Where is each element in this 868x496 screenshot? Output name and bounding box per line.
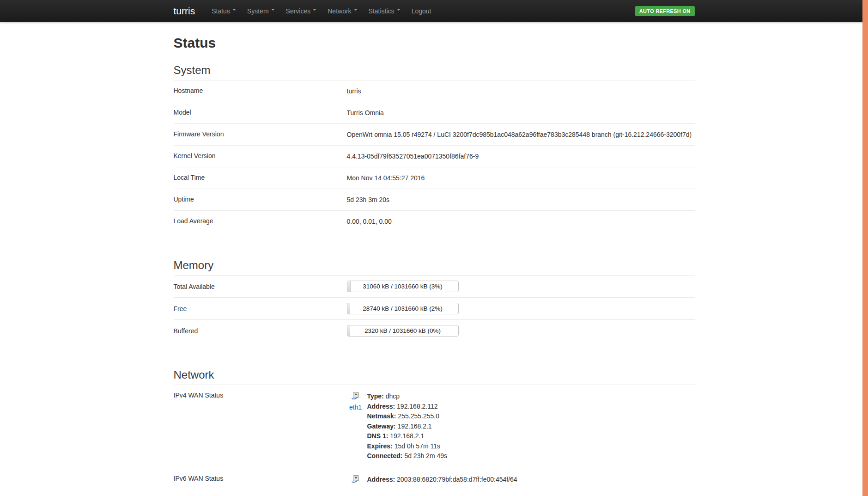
detail-key: Expires: (367, 442, 393, 450)
nav-menu-status[interactable]: Status (206, 0, 242, 22)
row-label: Kernel Version (174, 152, 347, 160)
nav-menu-system[interactable]: System (242, 0, 280, 22)
ethernet-port-icon (352, 393, 359, 401)
memory-section: Memory Total Available 31060 kB / 103166… (174, 259, 695, 342)
auto-refresh-toggle[interactable]: AUTO REFRESH ON (635, 6, 695, 16)
progress-label: 2320 kB / 1031660 kB (0%) (347, 325, 458, 336)
row-label: Buffered (174, 327, 347, 335)
nav-menu-services-label: Services (286, 7, 311, 15)
detail-key: Gateway: (367, 423, 396, 430)
chevron-down-icon (271, 9, 275, 12)
detail-line: DNS 1: 192.168.2.1 (367, 431, 448, 441)
nav-menu-logout-label: Logout (412, 7, 431, 15)
detail-value: 255.255.255.0 (398, 412, 439, 420)
ipv6-wan-status-row: IPv6 WAN Status Addres (174, 468, 695, 491)
interface-name[interactable]: eth1 (347, 404, 364, 411)
table-row: Model Turris Omnia (174, 102, 695, 124)
nav-menu-network[interactable]: Network (322, 0, 363, 22)
detail-line: Netmask: 255.255.255.0 (367, 411, 448, 422)
detail-value: 15d 0h 57m 11s (395, 442, 440, 450)
row-value: Turris Omnia (347, 109, 695, 117)
row-value: 5d 23h 3m 20s (347, 196, 695, 204)
detail-key: DNS 1: (367, 432, 388, 440)
row-label: Uptime (174, 196, 347, 204)
interface-link[interactable]: eth1 (347, 392, 364, 461)
chevron-down-icon (313, 9, 316, 12)
detail-line: Gateway: 192.168.2.1 (367, 422, 448, 432)
detail-key: Address: (367, 403, 395, 410)
detail-value: dhcp (386, 392, 400, 400)
row-value: Mon Nov 14 04:55:27 2016 (347, 174, 695, 182)
table-row: Free 28740 kB / 1031660 kB (2%) (174, 298, 695, 320)
nav-menu-status-label: Status (212, 7, 230, 15)
detail-key: Connected: (367, 452, 403, 459)
system-section: System Hostname turris Model Turris Omni… (174, 64, 695, 232)
detail-line: Address: 2003:88:6820:79bf:da58:d7ff:fe0… (367, 475, 517, 485)
ethernet-port-icon (352, 477, 359, 484)
wan-details: Type: dhcp Address: 192.168.2.112 Netmas… (367, 392, 448, 461)
chevron-down-icon (397, 9, 401, 12)
detail-key: Netmask: (367, 412, 396, 420)
row-label: Load Average (174, 217, 347, 226)
table-row: Load Average 0.00, 0.01, 0.00 (174, 211, 695, 232)
detail-value: 192.168.2.1 (398, 423, 432, 430)
row-value: OpenWrt omnia 15.05 r49274 / LuCI 3200f7… (347, 130, 693, 139)
wan-details: Address: 2003:88:6820:79bf:da58:d7ff:fe0… (367, 475, 517, 485)
row-label: IPv4 WAN Status (174, 392, 347, 461)
network-table: IPv4 WAN Status eth1 (174, 385, 695, 491)
network-section: Network IPv4 WAN Status (174, 368, 695, 491)
row-value: turris (347, 87, 695, 95)
chevron-down-icon (232, 9, 236, 12)
memory-heading: Memory (174, 259, 695, 276)
nav-menu-logout[interactable]: Logout (406, 0, 437, 22)
memory-progress-bar: 2320 kB / 1031660 kB (0%) (347, 325, 459, 337)
memory-progress-bar: 31060 kB / 1031660 kB (3%) (347, 281, 459, 292)
detail-value: 192.168.2.1 (390, 432, 424, 440)
row-label: Hostname (174, 87, 347, 95)
table-row: Buffered 2320 kB / 1031660 kB (0%) (174, 320, 695, 342)
table-row: Total Available 31060 kB / 1031660 kB (3… (174, 276, 695, 298)
detail-key: Address: (367, 476, 395, 483)
vertical-scrollbar[interactable] (862, 0, 868, 496)
detail-line: Type: dhcp (367, 392, 448, 402)
detail-line: Connected: 5d 23h 2m 49s (367, 451, 448, 461)
row-label: Firmware Version (174, 130, 347, 139)
system-heading: System (174, 64, 695, 80)
table-row: Hostname turris (174, 80, 695, 102)
system-table: Hostname turris Model Turris Omnia Firmw… (174, 80, 695, 232)
detail-value: 5d 23h 2m 49s (404, 452, 447, 459)
row-value: 4.4.13-05df79f63527051ea0071350f86faf76-… (347, 152, 695, 160)
nav-menu-statistics[interactable]: Statistics (363, 0, 406, 22)
nav-menu-system-label: System (247, 7, 269, 15)
detail-value: 192.168.2.112 (397, 403, 438, 410)
nav-menu-network-label: Network (328, 7, 351, 15)
table-row: Kernel Version 4.4.13-05df79f63527051ea0… (174, 146, 695, 167)
row-label: Total Available (174, 283, 347, 290)
ipv4-wan-status-row: IPv4 WAN Status eth1 (174, 385, 695, 468)
row-label: Model (174, 109, 347, 117)
detail-key: Type: (367, 392, 384, 400)
network-heading: Network (174, 368, 695, 385)
nav-menu-services[interactable]: Services (280, 0, 322, 22)
interface-link[interactable] (347, 475, 364, 485)
top-navbar: turris Status System Services Network St… (0, 0, 868, 22)
row-label: IPv6 WAN Status (174, 475, 347, 485)
main-content: Status System Hostname turris Model Turr… (174, 22, 695, 491)
nav-menu-statistics-label: Statistics (369, 7, 395, 15)
detail-value: 2003:88:6820:79bf:da58:d7ff:fe00:454f/64 (397, 476, 517, 483)
row-label: Free (174, 305, 347, 312)
detail-line: Expires: 15d 0h 57m 11s (367, 441, 448, 452)
detail-line: Address: 192.168.2.112 (367, 402, 448, 412)
chevron-down-icon (354, 9, 358, 12)
row-value: 0.00, 0.01, 0.00 (347, 217, 695, 226)
row-label: Local Time (174, 174, 347, 182)
memory-progress-bar: 28740 kB / 1031660 kB (2%) (347, 303, 459, 314)
brand-logo[interactable]: turris (174, 6, 195, 17)
table-row: Local Time Mon Nov 14 04:55:27 2016 (174, 167, 695, 189)
table-row: Firmware Version OpenWrt omnia 15.05 r49… (174, 124, 695, 146)
memory-table: Total Available 31060 kB / 1031660 kB (3… (174, 276, 695, 342)
page-title: Status (174, 35, 695, 51)
progress-label: 31060 kB / 1031660 kB (3%) (347, 281, 458, 292)
progress-label: 28740 kB / 1031660 kB (2%) (347, 303, 458, 314)
table-row: Uptime 5d 23h 3m 20s (174, 189, 695, 211)
